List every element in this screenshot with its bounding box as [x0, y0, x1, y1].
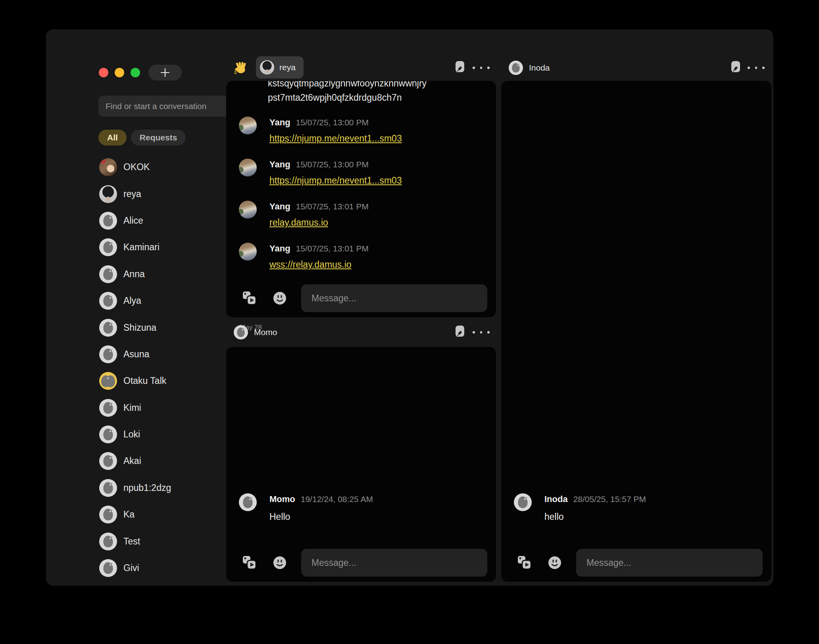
- message-input[interactable]: [586, 557, 753, 569]
- conversation-avatar: [99, 212, 117, 230]
- zoom-window-button[interactable]: [131, 68, 140, 77]
- chat-area-reya: kstsqyqtmpagzlygnnwfooynzknnwwnjry pst7m…: [226, 81, 496, 317]
- conversation-name: Anna: [123, 269, 145, 280]
- chat-title-pill-reya[interactable]: reya: [256, 56, 304, 79]
- message: Yang 15/07/25, 13:00 PM https://njump.me…: [226, 159, 496, 187]
- note-icon[interactable]: [454, 61, 466, 73]
- search-input[interactable]: [105, 101, 244, 111]
- message-avatar[interactable]: [239, 243, 257, 261]
- message-avatar[interactable]: [239, 117, 257, 134]
- conversation-avatar: [99, 533, 117, 550]
- conversation-avatar: [99, 292, 117, 310]
- minimize-window-button[interactable]: [115, 68, 124, 77]
- message-link[interactable]: wss://relay.damus.io: [269, 258, 352, 271]
- media-picker-icon[interactable]: [517, 555, 533, 571]
- note-icon[interactable]: [454, 325, 466, 338]
- message-sender: Yang: [269, 117, 290, 128]
- chat-area-momo: Momo 19/12/24, 08:25 AM Hello: [226, 347, 496, 582]
- filter-all[interactable]: All: [98, 130, 127, 146]
- close-window-button[interactable]: [99, 68, 108, 77]
- conversation-name: Akai: [123, 456, 141, 466]
- media-picker-icon[interactable]: [242, 555, 258, 571]
- window-controls: [99, 68, 140, 77]
- message-timestamp: 15/07/25, 13:01 PM: [296, 243, 369, 255]
- message-input-box[interactable]: [576, 549, 763, 577]
- composer-row-inoda: [501, 549, 771, 577]
- wave-emoji-icon[interactable]: [234, 61, 248, 75]
- note-icon[interactable]: [730, 61, 742, 73]
- message-avatar[interactable]: [514, 493, 532, 511]
- more-options-icon[interactable]: [748, 67, 765, 69]
- conversation-avatar: [99, 319, 117, 337]
- more-options-icon[interactable]: [473, 331, 490, 334]
- chat-avatar: [509, 61, 523, 75]
- conversation-name: Loki: [123, 429, 140, 440]
- composer-row-momo: [226, 549, 496, 577]
- message-input[interactable]: [311, 293, 478, 304]
- message-timestamp: 28/05/25, 15:57 PM: [573, 493, 646, 505]
- media-picker-icon[interactable]: [242, 290, 258, 306]
- conversation-name: Alice: [123, 215, 143, 226]
- conversation-name: Kaminari: [123, 242, 160, 253]
- message-sender: Yang: [269, 243, 290, 255]
- conversation-avatar: [99, 399, 117, 417]
- message-text: Hello: [269, 511, 496, 523]
- conversation-list-item[interactable]: npub1:cpzn May 16: [98, 581, 262, 586]
- emoji-icon[interactable]: [548, 556, 561, 569]
- conversation-name: Kimi: [123, 402, 141, 413]
- conversation-name: reya: [123, 189, 141, 199]
- message-avatar[interactable]: [239, 159, 257, 176]
- conversation-avatar: [99, 185, 117, 203]
- more-options-icon[interactable]: [473, 67, 490, 69]
- message-link[interactable]: https://njump.me/nevent1...sm03: [269, 174, 402, 187]
- scrolled-message-text: kstsqyqtmpagzlygnnwfooynzknnwwnjry pst7m…: [268, 81, 454, 105]
- message-timestamp: 15/07/25, 13:01 PM: [296, 201, 369, 213]
- conversation-avatar: [99, 506, 117, 523]
- conversation-name: npub1:2dzg: [123, 483, 171, 493]
- conversation-name: Ka: [123, 509, 135, 520]
- message-input-box[interactable]: [301, 284, 487, 312]
- message: Yang 15/07/25, 13:01 PM wss://relay.damu…: [226, 243, 496, 271]
- chat-area-inoda: Inoda 28/05/25, 15:57 PM hello: [501, 81, 771, 582]
- message: Inoda 28/05/25, 15:57 PM hello: [501, 493, 771, 523]
- message-avatar[interactable]: [239, 493, 257, 511]
- message-timestamp: 15/07/25, 13:00 PM: [296, 117, 369, 128]
- message-link[interactable]: relay.damus.io: [269, 216, 328, 229]
- conversation-name: Otaku Talk: [123, 376, 166, 386]
- message-sender: Momo: [269, 493, 295, 505]
- message-link[interactable]: https://njump.me/nevent1...sm03: [269, 132, 402, 145]
- emoji-icon[interactable]: [273, 291, 286, 305]
- conversation-avatar: [99, 345, 117, 363]
- conversation-name: Asuna: [123, 349, 149, 360]
- conversation-name: Shizuna: [123, 322, 156, 333]
- new-chat-button[interactable]: [148, 65, 182, 80]
- chat-header-momo[interactable]: Momo: [234, 325, 277, 339]
- plus-icon: [160, 67, 170, 78]
- message-timestamp: 19/12/24, 08:25 AM: [301, 493, 373, 505]
- message: Yang 15/07/25, 13:01 PM relay.damus.io: [226, 201, 496, 229]
- message-input[interactable]: [311, 557, 478, 569]
- chat-header-inoda[interactable]: Inoda: [509, 61, 550, 75]
- chat-title: reya: [279, 63, 296, 72]
- chat-title: Momo: [254, 328, 277, 337]
- emoji-icon[interactable]: [273, 556, 286, 569]
- message-timestamp: 15/07/25, 13:00 PM: [296, 159, 369, 171]
- conversation-avatar: [99, 372, 117, 390]
- message-sender: Yang: [269, 201, 290, 213]
- message-input-box[interactable]: [301, 549, 487, 577]
- chat-avatar: [260, 60, 274, 75]
- chat-avatar: [234, 325, 248, 339]
- message-avatar[interactable]: [239, 201, 257, 218]
- message: Momo 19/12/24, 08:25 AM Hello: [226, 493, 496, 523]
- message-sender: Yang: [269, 159, 290, 171]
- conversation-avatar: [99, 452, 117, 470]
- message-list: Yang 15/07/25, 13:00 PM https://njump.me…: [226, 117, 496, 285]
- conversation-avatar: [99, 265, 117, 283]
- message-sender: Inoda: [544, 493, 568, 505]
- filter-requests[interactable]: Requests: [131, 130, 186, 146]
- conversation-name: Alya: [123, 295, 141, 306]
- conversation-filters: All Requests: [98, 130, 186, 146]
- conversation-avatar: [99, 158, 117, 176]
- conversation-avatar: [99, 479, 117, 497]
- message-text: hello: [544, 511, 771, 523]
